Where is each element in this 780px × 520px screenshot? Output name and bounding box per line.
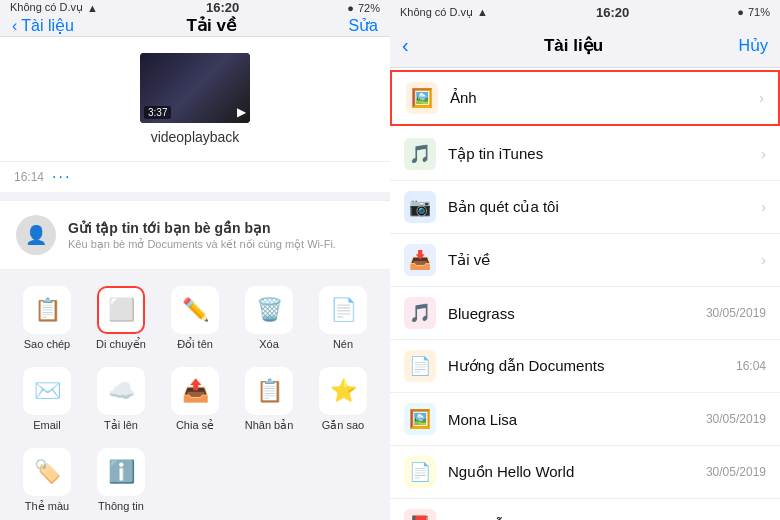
- list-item-scan[interactable]: 📷 Bản quét của tôi ›: [390, 181, 780, 234]
- favorite-icon: ⭐: [330, 378, 357, 404]
- info-icon: ℹ️: [108, 459, 135, 485]
- right-wifi-icon: ▲: [477, 6, 488, 18]
- left-battery-icon: ●: [347, 2, 354, 14]
- copy-label: Sao chép: [24, 338, 70, 350]
- send-text: Gửi tập tin tới bạn bè gần bạn Kêu bạn b…: [68, 220, 336, 251]
- video-duration: 3:37: [144, 106, 171, 119]
- cancel-button[interactable]: Hủy: [738, 36, 768, 55]
- item-huongdan-name: Hướng dẫn Documents: [448, 357, 728, 375]
- itunes-icon: 🎵: [404, 138, 436, 170]
- item-huongdan-meta: 16:04: [736, 359, 766, 373]
- action-compress[interactable]: 📄 Nén: [311, 286, 375, 351]
- action-favorite[interactable]: ⭐ Gắn sao: [311, 367, 375, 432]
- right-battery: 71%: [748, 6, 770, 18]
- item-mona-name: Mona Lisa: [448, 411, 698, 428]
- list-item-itunes[interactable]: 🎵 Tập tin iTunes ›: [390, 128, 780, 181]
- move-icon-box: ⬜: [97, 286, 145, 334]
- item-mona-meta: 30/05/2019: [706, 412, 766, 426]
- action-share[interactable]: 📤 Chia sẻ: [163, 367, 227, 432]
- info-icon-box: ℹ️: [97, 448, 145, 496]
- info-label: Thông tin: [98, 500, 144, 512]
- delete-icon: 🗑️: [256, 297, 283, 323]
- pdf-icon: 📕: [404, 509, 436, 520]
- upload-icon: ☁️: [108, 378, 135, 404]
- list-item-nguon[interactable]: 📄 Nguồn Hello World 30/05/2019: [390, 446, 780, 499]
- action-move[interactable]: ⬜ Di chuyển: [89, 286, 153, 351]
- compress-icon-box: 📄: [319, 286, 367, 334]
- left-back-label: Tài liệu: [21, 16, 74, 35]
- action-delete[interactable]: 🗑️ Xóa: [237, 286, 301, 351]
- left-panel: Không có D.vụ ▲ 16:20 ● 72% ‹ Tài liệu T…: [0, 0, 390, 520]
- share-icon-box: 📤: [171, 367, 219, 415]
- docs-icon: 📄: [404, 350, 436, 382]
- list-item-huongdan[interactable]: 📄 Hướng dẫn Documents 16:04: [390, 340, 780, 393]
- left-back-button[interactable]: ‹ Tài liệu: [12, 16, 74, 35]
- duplicate-icon: 📋: [256, 378, 283, 404]
- move-icon: ⬜: [108, 297, 135, 323]
- action-info[interactable]: ℹ️ Thông tin: [89, 448, 153, 513]
- action-rename[interactable]: ✏️ Đổi tên: [163, 286, 227, 351]
- delete-label: Xóa: [259, 338, 279, 350]
- action-tag[interactable]: 🏷️ Thẻ màu: [15, 448, 79, 513]
- email-label: Email: [33, 419, 61, 431]
- download-icon: 📥: [404, 244, 436, 276]
- action-row-1: 📋 Sao chép ⬜ Di chuyển ✏️ Đổi tên: [0, 282, 390, 355]
- favorite-icon-box: ⭐: [319, 367, 367, 415]
- action-email[interactable]: ✉️ Email: [15, 367, 79, 432]
- left-nav-action[interactable]: Sửa: [348, 16, 378, 35]
- item-download-name: Tải về: [448, 251, 757, 269]
- send-friend-section: 👤 Gửi tập tin tới bạn bè gần bạn Kêu bạn…: [0, 200, 390, 270]
- file-options-button[interactable]: ···: [52, 168, 71, 186]
- right-nav-title: Tài liệu: [544, 35, 603, 56]
- item-scan-name: Bản quét của tôi: [448, 198, 757, 216]
- action-copy[interactable]: 📋 Sao chép: [15, 286, 79, 351]
- list-item-monalisa[interactable]: 🖼️ Mona Lisa 30/05/2019: [390, 393, 780, 446]
- right-status-left: Không có D.vụ ▲: [400, 6, 488, 19]
- right-back-button[interactable]: ‹: [402, 34, 409, 57]
- tag-label: Thẻ màu: [25, 500, 69, 513]
- duplicate-label: Nhân bản: [245, 419, 294, 432]
- item-nguon-meta: 30/05/2019: [706, 465, 766, 479]
- share-icon: 📤: [182, 378, 209, 404]
- file-meta: 16:14 ···: [0, 161, 390, 192]
- compress-icon: 📄: [330, 297, 357, 323]
- list-item-bluegrass[interactable]: 🎵 Bluegrass 30/05/2019: [390, 287, 780, 340]
- wifi-icon: ▲: [87, 2, 98, 14]
- item-itunes-name: Tập tin iTunes: [448, 145, 757, 163]
- compress-label: Nén: [333, 338, 353, 350]
- share-label: Chia sẻ: [176, 419, 214, 432]
- nguon-icon: 📄: [404, 456, 436, 488]
- tag-icon-box: 🏷️: [23, 448, 71, 496]
- copy-icon-box: 📋: [23, 286, 71, 334]
- left-carrier: Không có D.vụ: [10, 1, 83, 14]
- item-bluegrass-name: Bluegrass: [448, 305, 698, 322]
- list-item-pdf[interactable]: 📕 PDF Mẫu 30/05/2019: [390, 499, 780, 520]
- item-pdf-name: PDF Mẫu: [448, 516, 698, 520]
- left-status-left: Không có D.vụ ▲: [10, 1, 98, 14]
- left-nav-title: Tải về: [187, 15, 236, 36]
- duplicate-icon-box: 📋: [245, 367, 293, 415]
- right-battery-icon: ●: [737, 6, 744, 18]
- chevron-icon: ›: [761, 146, 766, 162]
- right-carrier: Không có D.vụ: [400, 6, 473, 19]
- chevron-icon: ›: [759, 90, 764, 106]
- list-item-photos[interactable]: 🖼️ Ảnh ›: [390, 70, 780, 126]
- right-panel: Không có D.vụ ▲ 16:20 ● 71% ‹ Tài liệu H…: [390, 0, 780, 520]
- list-item-download[interactable]: 📥 Tải về ›: [390, 234, 780, 287]
- left-nav-bar: ‹ Tài liệu Tải về Sửa: [0, 15, 390, 37]
- file-time: 16:14: [14, 170, 44, 184]
- video-thumbnail[interactable]: 3:37 ▶: [140, 53, 250, 123]
- video-area: 3:37 ▶ videoplayback: [0, 37, 390, 161]
- action-grid: 📋 Sao chép ⬜ Di chuyển ✏️ Đổi tên: [0, 270, 390, 520]
- right-status-bar: Không có D.vụ ▲ 16:20 ● 71%: [390, 0, 780, 24]
- action-upload[interactable]: ☁️ Tải lên: [89, 367, 153, 432]
- left-time: 16:20: [206, 0, 239, 15]
- play-icon: ▶: [237, 105, 246, 119]
- rename-icon-box: ✏️: [171, 286, 219, 334]
- favorite-label: Gắn sao: [322, 419, 364, 432]
- send-title: Gửi tập tin tới bạn bè gần bạn: [68, 220, 336, 236]
- photo-icon: 🖼️: [406, 82, 438, 114]
- action-duplicate[interactable]: 📋 Nhân bản: [237, 367, 301, 432]
- action-row-2: ✉️ Email ☁️ Tải lên 📤 Chia sẻ 📋: [0, 363, 390, 436]
- upload-icon-box: ☁️: [97, 367, 145, 415]
